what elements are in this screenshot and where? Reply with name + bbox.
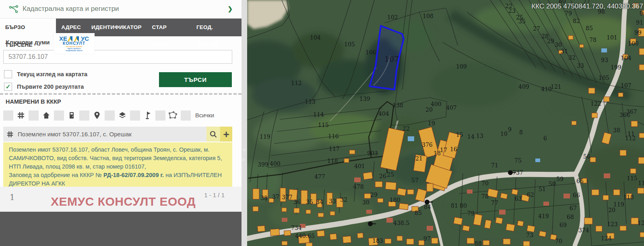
- svg-text:112: 112: [625, 135, 636, 142]
- svg-text:107: 107: [384, 54, 399, 63]
- svg-text:114: 114: [313, 111, 324, 118]
- filter-checkbox[interactable]: [79, 110, 89, 121]
- svg-text:108: 108: [423, 13, 433, 19]
- svg-text:734: 734: [291, 225, 302, 231]
- app-title: Кадастрална карта и регистри: [23, 5, 119, 13]
- svg-text:35: 35: [306, 199, 313, 205]
- logo-tagline: експертни оценки карти проекти недвижими…: [66, 46, 83, 52]
- svg-text:112: 112: [291, 80, 302, 86]
- svg-text:409: 409: [518, 83, 529, 90]
- result-item-title: Поземлен имот 53707.16.107, с. Орешак: [18, 131, 206, 138]
- tab-bar: БЪРЗО ТЪРСЕНЕ АДРЕС ИДЕНТИФИКАТОР СТАР И…: [0, 19, 242, 36]
- svg-text:56: 56: [583, 153, 590, 160]
- svg-text:117: 117: [329, 146, 340, 152]
- current-view-checkbox-row: Текущ изглед на картата: [4, 70, 87, 78]
- svg-text:16: 16: [450, 146, 457, 152]
- svg-text:73: 73: [526, 232, 533, 238]
- filter-checkbox[interactable]: [3, 110, 13, 121]
- map-pin-icon: [92, 110, 102, 120]
- sidebar-collapse-strip[interactable]: ◁ ▷: [242, 0, 247, 246]
- svg-text:25: 25: [387, 171, 394, 178]
- svg-text:410: 410: [541, 86, 552, 92]
- satellite-map[interactable]: 1021081041051061071091121131141151161171…: [247, 0, 644, 246]
- zoom-to-result-button[interactable]: [206, 127, 220, 142]
- cadastre-app: Кадастрална карта и регистри ❯ БЪРЗО ТЪР…: [0, 0, 644, 246]
- svg-text:107: 107: [621, 82, 632, 89]
- svg-text:82: 82: [573, 18, 580, 24]
- tab-identifier[interactable]: ИДЕНТИФИКАТОР: [86, 19, 147, 36]
- svg-text:138: 138: [392, 102, 403, 108]
- svg-text:66: 66: [573, 192, 580, 198]
- tab-quick-search[interactable]: БЪРЗО ТЪРСЕНЕ: [0, 19, 56, 36]
- svg-text:34: 34: [316, 199, 323, 205]
- found-in-kkkr-heading: НАМЕРЕНИ В КККР: [6, 98, 61, 105]
- svg-text:30: 30: [555, 42, 562, 48]
- first200-label: Първите 200 резултата: [17, 83, 84, 90]
- map-viewport[interactable]: 1021081041051061071091121131141151161171…: [247, 0, 644, 246]
- result-list-item[interactable]: Поземлен имот 53707.16.107, с. Орешак +: [3, 127, 232, 142]
- svg-text:27: 27: [533, 25, 540, 32]
- filter-checkbox[interactable]: [155, 110, 165, 121]
- svg-text:35: 35: [518, 18, 526, 25]
- svg-text:29: 29: [547, 38, 554, 44]
- svg-text:15: 15: [456, 131, 463, 138]
- svg-text:68: 68: [567, 214, 574, 220]
- svg-text:51: 51: [539, 186, 546, 192]
- first200-checkbox[interactable]: ✓: [4, 83, 12, 91]
- tab-geod-basis[interactable]: ГЕОД. ОСНОВА: [191, 19, 242, 36]
- svg-text:737: 737: [512, 169, 523, 176]
- collapse-left-icon[interactable]: ◁: [242, 148, 245, 152]
- svg-text:31: 31: [561, 48, 568, 54]
- add-result-button[interactable]: +: [220, 127, 232, 142]
- svg-text:32: 32: [568, 54, 576, 61]
- svg-text:106: 106: [365, 49, 376, 56]
- search-button[interactable]: ТЪРСИ: [159, 72, 232, 87]
- sidebar-header: Кадастрална карта и регистри ❯: [0, 0, 242, 19]
- svg-text:19: 19: [428, 120, 435, 127]
- keywords-label: Ключови думи: [6, 39, 50, 46]
- layers-icon: [118, 110, 127, 120]
- tab-old-ident[interactable]: СТАР ИДЕНТ.: [147, 19, 191, 36]
- svg-text:79: 79: [467, 210, 475, 217]
- svg-text:37: 37: [272, 194, 279, 200]
- filter-checkbox[interactable]: [29, 110, 39, 121]
- svg-text:8: 8: [519, 129, 523, 136]
- svg-text:97: 97: [423, 236, 431, 242]
- svg-text:69: 69: [559, 222, 567, 228]
- filter-checkbox[interactable]: [130, 110, 140, 121]
- home-icon: [41, 110, 51, 120]
- svg-text:105: 105: [344, 41, 355, 48]
- svg-text:6: 6: [543, 135, 547, 142]
- svg-text:478: 478: [353, 183, 364, 190]
- svg-text:419: 419: [538, 213, 549, 219]
- svg-text:123: 123: [607, 221, 618, 227]
- branch-network-icon: [9, 5, 19, 15]
- svg-text:183: 183: [372, 238, 383, 244]
- svg-text:80: 80: [460, 202, 467, 209]
- filter-checkbox[interactable]: [105, 110, 115, 121]
- svg-text:404: 404: [378, 110, 389, 117]
- keywords-input[interactable]: [3, 50, 232, 64]
- svg-text:121: 121: [551, 83, 561, 90]
- current-view-checkbox[interactable]: [4, 70, 12, 78]
- svg-text:400: 400: [270, 161, 281, 167]
- svg-text:20: 20: [425, 106, 433, 113]
- page-number[interactable]: 1: [10, 192, 15, 202]
- svg-text:99: 99: [634, 29, 642, 36]
- svg-text:17: 17: [440, 147, 447, 153]
- filter-checkbox-all[interactable]: [181, 110, 191, 121]
- svg-text:65: 65: [576, 178, 584, 184]
- svg-text:70: 70: [555, 238, 562, 244]
- result-type-filter-row: Всички: [3, 110, 214, 121]
- filter-all-label: Всички: [195, 112, 214, 119]
- expand-right-icon[interactable]: ▷: [242, 157, 245, 161]
- svg-text:122: 122: [590, 100, 601, 107]
- chevron-down-icon[interactable]: ❯: [227, 5, 233, 13]
- parcel-grid-icon: [16, 110, 26, 120]
- flag-icon: [143, 110, 153, 120]
- svg-text:33: 33: [577, 63, 584, 69]
- parcel-grid-icon: [6, 131, 14, 138]
- svg-text:180: 180: [390, 197, 400, 203]
- filter-checkbox[interactable]: [54, 110, 64, 121]
- sidebar-footer: [0, 212, 242, 246]
